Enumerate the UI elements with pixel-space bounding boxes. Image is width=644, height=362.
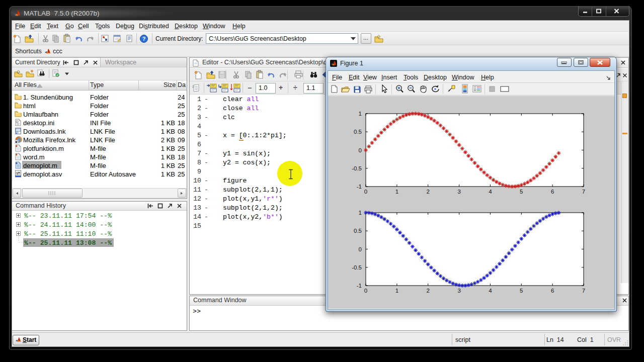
- svg-text:0: 0: [359, 147, 362, 153]
- svg-text:1: 1: [359, 210, 362, 216]
- svg-text:1: 1: [395, 189, 398, 195]
- svg-text:2: 2: [426, 189, 429, 195]
- svg-text:-0.5: -0.5: [352, 264, 362, 270]
- svg-text:5: 5: [520, 189, 523, 195]
- svg-text:0.5: 0.5: [354, 129, 362, 135]
- svg-text:4: 4: [489, 288, 492, 294]
- svg-text:6: 6: [551, 288, 554, 294]
- svg-text:0: 0: [364, 189, 367, 195]
- svg-text:1: 1: [359, 111, 362, 117]
- svg-text:6: 6: [551, 189, 554, 195]
- svg-text:-1: -1: [357, 184, 362, 190]
- svg-text:-0.5: -0.5: [352, 165, 362, 171]
- svg-text:2: 2: [426, 288, 429, 294]
- svg-text:?: ?: [142, 36, 146, 42]
- svg-text:3: 3: [457, 288, 460, 294]
- svg-text:7: 7: [582, 189, 585, 195]
- svg-text:3: 3: [457, 189, 460, 195]
- svg-text:7: 7: [582, 288, 585, 294]
- svg-text:1: 1: [395, 288, 398, 294]
- svg-text:0.5: 0.5: [354, 228, 362, 234]
- svg-text:5: 5: [520, 288, 523, 294]
- svg-text:-1: -1: [357, 283, 362, 289]
- svg-text:0: 0: [364, 288, 367, 294]
- svg-text:0: 0: [359, 246, 362, 252]
- svg-text:4: 4: [489, 189, 492, 195]
